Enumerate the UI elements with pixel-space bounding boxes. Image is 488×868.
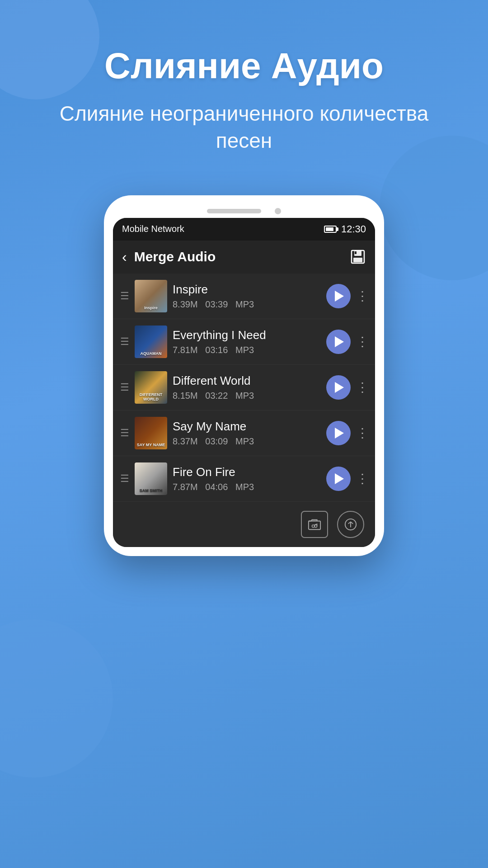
folder-music-icon (308, 518, 321, 531)
thumb-label: Inspire (136, 306, 165, 311)
play-triangle-icon (335, 473, 344, 484)
thumb-label: SAY MY NAME (136, 443, 165, 448)
song-thumbnail: AQUAMAN (135, 326, 167, 358)
play-button[interactable] (326, 467, 351, 491)
song-name: Different World (173, 374, 321, 388)
status-right: 12:30 (324, 223, 366, 235)
play-triangle-icon (335, 336, 344, 347)
thumb-label: AQUAMAN (136, 352, 165, 356)
song-list: ☰ Inspire Inspire 8.39M 03:39 MP3 (113, 274, 375, 502)
phone-notch (113, 209, 375, 214)
drag-handle-icon[interactable]: ☰ (120, 474, 129, 484)
phone-screen: Mobile Network 12:30 ‹ Merge Audio (113, 218, 375, 547)
drag-handle-icon[interactable]: ☰ (120, 291, 129, 301)
status-bar: Mobile Network 12:30 (113, 218, 375, 241)
song-name: Everything I Need (173, 328, 321, 342)
phone-mockup: Mobile Network 12:30 ‹ Merge Audio (104, 195, 384, 556)
song-item: ☰ DIFFERENT WORLD Different World 8.15M … (113, 365, 375, 410)
play-triangle-icon (335, 428, 344, 439)
song-thumbnail: DIFFERENT WORLD (135, 371, 167, 404)
merge-export-button[interactable] (337, 511, 364, 538)
merge-export-icon (344, 518, 357, 531)
drag-handle-icon[interactable]: ☰ (120, 382, 129, 392)
play-triangle-icon (335, 291, 344, 302)
song-meta: 8.39M 03:39 MP3 (173, 299, 321, 310)
carrier-text: Mobile Network (122, 224, 184, 234)
phone-camera (275, 208, 281, 214)
folder-music-button[interactable] (301, 511, 328, 538)
song-meta: 8.37M 03:09 MP3 (173, 436, 321, 447)
thumb-label: SAM SMITH (136, 489, 165, 493)
header-section: Слияние Аудио Слияние неограниченного ко… (0, 0, 488, 177)
more-options-button[interactable]: ⋮ (356, 471, 368, 486)
song-meta: 7.81M 03:16 MP3 (173, 345, 321, 355)
song-name: Say My Name (173, 420, 321, 434)
drag-handle-icon[interactable]: ☰ (120, 337, 129, 347)
phone-speaker (207, 209, 261, 213)
play-button[interactable] (326, 330, 351, 354)
svg-point-6 (314, 525, 317, 528)
more-options-button[interactable]: ⋮ (356, 380, 368, 395)
song-meta: 8.15M 03:22 MP3 (173, 391, 321, 401)
song-info: Inspire 8.39M 03:39 MP3 (173, 283, 321, 310)
thumb-label: DIFFERENT WORLD (136, 393, 165, 402)
song-name: Inspire (173, 283, 321, 297)
song-thumbnail: Inspire (135, 280, 167, 312)
save-icon[interactable] (350, 249, 366, 265)
song-item: ☰ SAM SMITH Fire On Fire 7.87M 04:06 MP3 (113, 456, 375, 502)
time-text: 12:30 (341, 223, 366, 235)
back-button[interactable]: ‹ (122, 249, 127, 265)
bg-circle-bottom-left (0, 619, 113, 778)
svg-point-5 (312, 525, 314, 528)
song-meta: 7.87M 04:06 MP3 (173, 482, 321, 492)
phone-container: Mobile Network 12:30 ‹ Merge Audio (0, 195, 488, 556)
play-button[interactable] (326, 375, 351, 400)
song-item: ☰ AQUAMAN Everything I Need 7.81M 03:16 … (113, 319, 375, 365)
more-options-button[interactable]: ⋮ (356, 334, 368, 349)
battery-inner (326, 227, 333, 231)
sub-title: Слияние неограниченного количества песен (36, 100, 452, 155)
song-info: Everything I Need 7.81M 03:16 MP3 (173, 328, 321, 355)
app-title: Merge Audio (134, 249, 350, 264)
song-thumbnail: SAY MY NAME (135, 417, 167, 449)
song-item: ☰ Inspire Inspire 8.39M 03:39 MP3 (113, 274, 375, 319)
play-triangle-icon (335, 382, 344, 393)
play-button[interactable] (326, 284, 351, 308)
song-name: Fire On Fire (173, 465, 321, 479)
main-title: Слияние Аудио (36, 45, 452, 87)
svg-rect-3 (355, 251, 357, 254)
battery-icon (324, 226, 337, 233)
svg-rect-2 (353, 258, 362, 262)
more-options-button[interactable]: ⋮ (356, 288, 368, 303)
more-options-button[interactable]: ⋮ (356, 425, 368, 440)
song-info: Different World 8.15M 03:22 MP3 (173, 374, 321, 401)
song-info: Say My Name 8.37M 03:09 MP3 (173, 420, 321, 447)
app-header: ‹ Merge Audio (113, 241, 375, 274)
song-info: Fire On Fire 7.87M 04:06 MP3 (173, 465, 321, 492)
song-thumbnail: SAM SMITH (135, 462, 167, 495)
song-item: ☰ SAY MY NAME Say My Name 8.37M 03:09 MP… (113, 410, 375, 456)
bottom-action-area (113, 502, 375, 547)
drag-handle-icon[interactable]: ☰ (120, 428, 129, 438)
play-button[interactable] (326, 421, 351, 445)
